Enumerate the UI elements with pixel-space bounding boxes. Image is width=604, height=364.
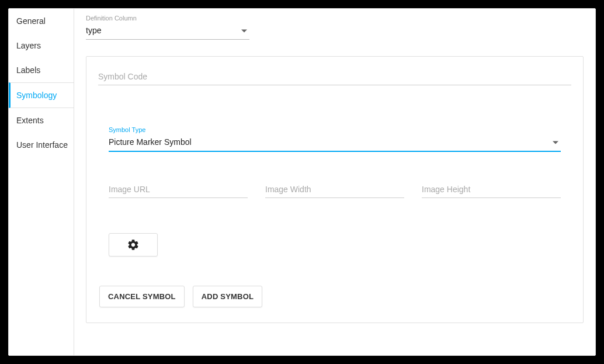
- action-buttons-row: CANCEL SYMBOL ADD SYMBOL: [99, 286, 571, 307]
- symbol-type-field: Symbol Type Picture Marker Symbol: [109, 126, 561, 152]
- sidebar-item-label: Symbology: [16, 91, 57, 100]
- sidebar-item-label: General: [16, 16, 46, 26]
- image-height-input[interactable]: [422, 181, 561, 198]
- sidebar-item-general[interactable]: General: [9, 9, 74, 33]
- definition-column-label: Definition Column: [86, 15, 249, 22]
- sidebar-item-labels[interactable]: Labels: [9, 58, 74, 82]
- sidebar-item-symbology[interactable]: Symbology: [9, 82, 74, 108]
- sidebar-item-layers[interactable]: Layers: [9, 33, 74, 58]
- symbol-type-select[interactable]: Picture Marker Symbol: [109, 134, 561, 152]
- app-window: General Layers Labels Symbology Extents …: [8, 8, 596, 356]
- image-url-input[interactable]: [109, 181, 248, 198]
- sidebar-item-label: Extents: [16, 116, 44, 125]
- image-fields-row: [109, 181, 561, 198]
- image-width-input[interactable]: [265, 181, 404, 198]
- cancel-symbol-button[interactable]: CANCEL SYMBOL: [99, 286, 185, 307]
- chevron-down-icon: [241, 30, 247, 33]
- sidebar-item-label: User Interface: [16, 140, 68, 150]
- symbol-type-value: Picture Marker Symbol: [109, 137, 192, 147]
- symbol-card: Symbol Type Picture Marker Symbol: [86, 56, 584, 323]
- chevron-down-icon: [553, 141, 558, 144]
- image-width-field: [265, 181, 404, 198]
- symbol-type-label: Symbol Type: [109, 126, 561, 133]
- sidebar-item-extents[interactable]: Extents: [9, 108, 74, 133]
- main-panel: Definition Column type Symbol Type Pictu…: [74, 9, 595, 355]
- symbol-code-field: [98, 68, 571, 85]
- add-symbol-button[interactable]: ADD SYMBOL: [193, 286, 262, 307]
- settings-button[interactable]: [109, 233, 158, 256]
- symbol-code-input[interactable]: [98, 68, 571, 85]
- definition-column-field: Definition Column type: [86, 15, 249, 40]
- sidebar: General Layers Labels Symbology Extents …: [9, 9, 74, 355]
- image-height-field: [422, 181, 561, 198]
- sidebar-item-label: Labels: [16, 65, 40, 75]
- sidebar-item-label: Layers: [16, 41, 41, 50]
- gear-icon: [127, 238, 140, 251]
- sidebar-item-user-interface[interactable]: User Interface: [9, 133, 74, 157]
- definition-column-select[interactable]: type: [86, 23, 249, 40]
- image-url-field: [109, 181, 248, 198]
- definition-column-value: type: [86, 26, 101, 35]
